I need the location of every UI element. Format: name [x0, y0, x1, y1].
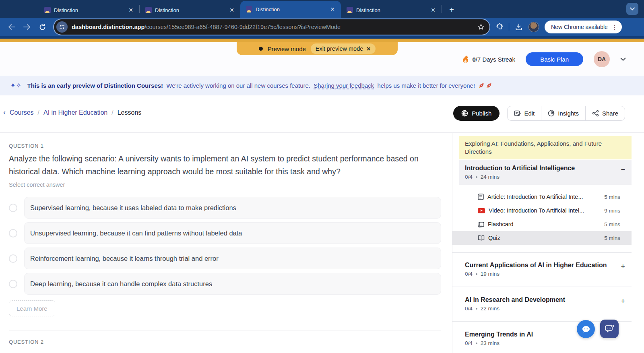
dot-separator [476, 176, 477, 178]
early-preview-banner: ✦✧ This is an early preview of Distincti… [0, 76, 644, 95]
expand-plus-icon[interactable]: + [621, 297, 625, 306]
site-info-button[interactable] [56, 21, 68, 33]
tab-close-icon[interactable]: ✕ [429, 6, 437, 14]
tab-title: Distinction [256, 6, 326, 12]
lesson-flashcard[interactable]: Flashcard 5 mins [452, 217, 632, 231]
answer-options: Supervised learning, because it uses lab… [9, 197, 441, 298]
module-title: AI in Research and Development [465, 296, 626, 303]
learn-more-button[interactable]: Learn More [9, 300, 55, 316]
lesson-video[interactable]: Video: Introduction To Artificial Intel.… [452, 204, 632, 217]
browser-profile-avatar[interactable] [528, 22, 539, 32]
exit-preview-button[interactable]: Exit preview mode ✕ [311, 43, 376, 54]
lesson-duration: 5 mins [604, 194, 620, 200]
answer-option[interactable]: Unsupervised learning, because it can fi… [24, 222, 441, 244]
breadcrumb-separator: / [111, 109, 113, 116]
rocket-icon [478, 82, 492, 89]
browser-tab-4[interactable]: Distinction ✕ [341, 2, 442, 18]
pie-chart-icon [548, 110, 555, 117]
edit-button[interactable]: Edit [508, 106, 541, 120]
browser-window: Distinction ✕ Distinction ✕ Distinction … [0, 0, 644, 353]
breadcrumb-courses[interactable]: Courses [10, 109, 34, 116]
exit-preview-close-icon[interactable]: ✕ [366, 46, 371, 52]
tab-close-icon[interactable]: ✕ [127, 6, 134, 14]
question-1-text: Analyze the following scenario: A univer… [9, 152, 442, 178]
publish-button[interactable]: Publish [453, 106, 500, 121]
share-label: Share [602, 110, 618, 117]
bookmark-star-icon[interactable] [477, 23, 485, 31]
lesson-article[interactable]: Article: Introduction To Artificial Inte… [452, 190, 632, 204]
answer-option-row: Unsupervised learning, because it can fi… [9, 222, 441, 244]
address-bar[interactable]: dashboard.distinction.app/courses/155ee9… [54, 19, 489, 35]
puzzle-icon [495, 23, 503, 31]
radio-button[interactable] [9, 254, 17, 263]
collapse-minus-icon[interactable]: − [621, 165, 625, 174]
chrome-update-button[interactable]: New Chrome available ⋮ [545, 21, 622, 33]
update-label: New Chrome available [551, 24, 608, 30]
preview-mode-banner: Preview mode Exit preview mode ✕ [237, 42, 398, 55]
question-2-label: QUESTION 2 [9, 339, 44, 345]
feedback-link[interactable]: Sharing your feedback [314, 82, 374, 89]
module-intro-to-ai[interactable]: Introduction to Artificial Intelligence … [459, 160, 632, 185]
streak-indicator[interactable]: 0/7 Days Streak [462, 55, 515, 64]
dot-separator [476, 308, 477, 310]
browser-menu-kebab-icon[interactable]: ⋮ [612, 24, 618, 30]
module-title: Current Applications of AI in Higher Edu… [465, 262, 626, 269]
url-host: dashboard.distinction.app [72, 24, 144, 30]
answer-option[interactable]: Deep learning, because it can handle com… [24, 273, 441, 295]
url-path: /courses/155ee989-a65f-4887-9460-9dd22f1… [144, 24, 341, 30]
radio-button[interactable] [9, 280, 17, 288]
lesson-quiz-selected[interactable]: Quiz 5 mins [452, 231, 632, 245]
browser-tab-2[interactable]: Distinction ✕ [140, 2, 240, 18]
question-1-label: QUESTION 1 [9, 143, 44, 149]
feedback-widget-button[interactable] [600, 320, 619, 338]
module-progress: 0/4 [465, 174, 473, 180]
forward-arrow-icon [23, 24, 31, 30]
article-icon [478, 194, 484, 200]
reload-button[interactable] [36, 21, 49, 33]
module-current-applications[interactable]: Current Applications of AI in Higher Edu… [459, 257, 632, 282]
account-chevron-down-icon[interactable] [620, 58, 626, 61]
new-tab-button[interactable]: + [446, 4, 457, 15]
browser-tab-3-active[interactable]: Distinction ✕ [240, 1, 341, 18]
publish-label: Publish [472, 110, 491, 117]
early-preview-text: This is an early preview of Distinction … [27, 82, 494, 89]
answer-option[interactable]: Supervised learning, because it uses lab… [24, 197, 441, 219]
share-button[interactable]: Share [585, 106, 625, 120]
tab-close-icon[interactable]: ✕ [329, 6, 336, 13]
flashcard-icon [478, 221, 484, 227]
breadcrumb-course-name[interactable]: AI in Higher Education [43, 109, 107, 116]
back-chevron-icon[interactable]: ‹ [3, 108, 6, 117]
module-title: Introduction to Artificial Intelligence [465, 165, 626, 172]
exit-preview-label: Exit preview mode [316, 45, 363, 52]
expand-plus-icon[interactable]: + [621, 262, 625, 271]
chevron-down-icon [630, 7, 635, 10]
module-duration: 22 mins [481, 306, 500, 312]
distinction-favicon [145, 7, 152, 13]
browser-tab-1[interactable]: Distinction ✕ [39, 2, 139, 18]
dot-separator [476, 343, 477, 344]
chat-widget-button[interactable] [577, 320, 595, 338]
youtube-icon [478, 208, 485, 213]
answer-option-row: Supervised learning, because it uses lab… [9, 197, 441, 219]
user-avatar[interactable]: DA [594, 51, 610, 67]
module-ai-research[interactable]: AI in Research and Development 0/4 22 mi… [459, 291, 632, 316]
downloads-button[interactable] [515, 23, 523, 31]
back-button[interactable] [5, 21, 18, 33]
forward-button[interactable] [21, 21, 33, 33]
breadcrumb: ‹ Courses / AI in Higher Education / Les… [3, 108, 141, 117]
tab-search-button[interactable] [626, 3, 638, 15]
answer-option[interactable]: Reinforcement learning, because it learn… [24, 248, 441, 269]
module-progress: 0/4 [465, 306, 473, 312]
extensions-button[interactable] [495, 23, 503, 31]
basic-plan-button[interactable]: Basic Plan [526, 52, 583, 66]
radio-button[interactable] [9, 204, 17, 212]
page-header-row: ‹ Courses / AI in Higher Education / Les… [0, 95, 644, 133]
radio-button[interactable] [9, 229, 17, 237]
tab-title: Distinction [356, 7, 426, 13]
insights-button[interactable]: Insights [541, 106, 585, 120]
tab-title: Distinction [54, 7, 124, 13]
lesson-label: Article: Introduction To Artificial Inte… [487, 194, 601, 200]
preview-dot-icon [259, 47, 263, 51]
tab-close-icon[interactable]: ✕ [228, 6, 235, 14]
flame-icon [462, 55, 469, 64]
